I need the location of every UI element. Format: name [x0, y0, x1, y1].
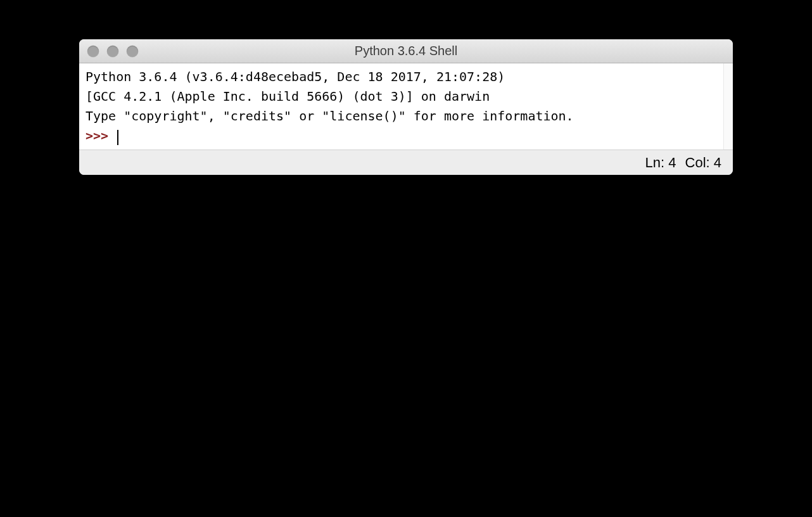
zoom-button[interactable]: [127, 46, 138, 57]
shell-banner-line-2: [GCC 4.2.1 (Apple Inc. build 5666) (dot …: [86, 89, 490, 104]
status-line-number: Ln: 4: [645, 155, 676, 171]
shell-output: Python 3.6.4 (v3.6.4:d48ecebad5, Dec 18 …: [86, 67, 726, 146]
statusbar: Ln: 4 Col: 4: [79, 150, 733, 175]
titlebar[interactable]: Python 3.6.4 Shell: [79, 39, 733, 63]
window-title: Python 3.6.4 Shell: [79, 44, 733, 58]
shell-prompt: >>>: [86, 128, 116, 143]
text-cursor: [117, 130, 118, 145]
shell-banner-line-3: Type "copyright", "credits" or "license(…: [86, 108, 574, 124]
close-button[interactable]: [87, 46, 99, 57]
shell-content-area[interactable]: Python 3.6.4 (v3.6.4:d48ecebad5, Dec 18 …: [79, 63, 733, 150]
status-column-number: Col: 4: [685, 155, 721, 171]
vertical-scrollbar[interactable]: [723, 63, 733, 150]
minimize-button[interactable]: [107, 46, 118, 57]
shell-banner-line-1: Python 3.6.4 (v3.6.4:d48ecebad5, Dec 18 …: [86, 69, 512, 84]
python-shell-window: Python 3.6.4 Shell Python 3.6.4 (v3.6.4:…: [79, 39, 733, 175]
traffic-lights: [79, 46, 138, 57]
